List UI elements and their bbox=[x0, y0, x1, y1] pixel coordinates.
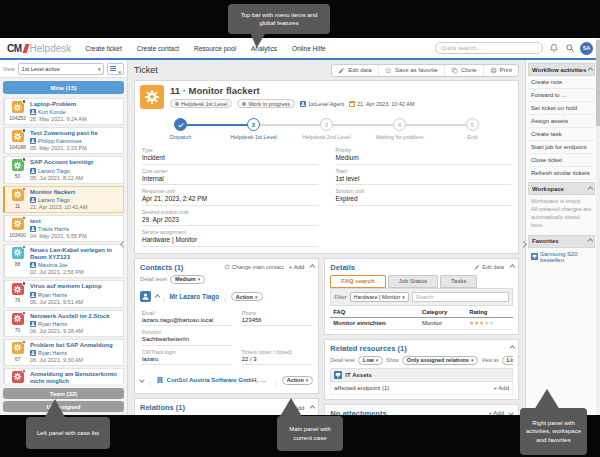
mine-cases-button[interactable]: Mine (15) bbox=[3, 81, 124, 94]
vertical-scrollbar[interactable] bbox=[596, 38, 600, 415]
add-attachment-button[interactable]: + Add bbox=[488, 410, 504, 415]
detail-level-select[interactable]: Low bbox=[358, 356, 384, 365]
case-list-item[interactable]: 76 Virus auf meinem Laptop Ryan Harris 0… bbox=[3, 280, 124, 307]
view-selector-row: View 1st Level active bbox=[0, 60, 127, 78]
favorites-list: Samsung S20 bestellen bbox=[528, 248, 595, 266]
workflow-activity[interactable]: Create task bbox=[528, 128, 595, 141]
global-search-icon[interactable] bbox=[564, 43, 575, 54]
clone-button[interactable]: Clone bbox=[444, 65, 483, 76]
gear-icon bbox=[13, 190, 22, 199]
contact-name[interactable]: Mr Lazaro Tiago bbox=[170, 293, 220, 300]
ticket-fields-left: Type Incident Cost center Internal bbox=[142, 146, 318, 249]
workflow-step[interactable]: 3 Helpdesk 2nd Level bbox=[290, 118, 363, 140]
company-action-button[interactable]: Action bbox=[282, 376, 314, 385]
list-view-icon bbox=[110, 66, 116, 72]
details-edit-button[interactable]: Edit data bbox=[474, 264, 504, 270]
case-list-item[interactable]: 50 SAP Account benötigt Lazaro Tiago 05.… bbox=[3, 156, 124, 183]
menu-item[interactable]: Create ticket bbox=[85, 45, 122, 52]
collapse-icon[interactable] bbox=[310, 264, 316, 270]
case-list-item[interactable]: 88 Neues Lan-Kabel verlegen in Raum XYZ1… bbox=[3, 244, 124, 278]
scrollbar-thumb[interactable] bbox=[596, 40, 600, 126]
menu-item[interactable]: Analytics bbox=[251, 45, 277, 52]
workflow-step[interactable]: 5 End bbox=[436, 118, 509, 140]
workflow-step[interactable]: 4 Waiting for problem bbox=[363, 118, 436, 140]
case-list-item[interactable]: 70 Netzwerk Ausfall im 2.Stock Ryan Harr… bbox=[3, 310, 124, 337]
view-select-value: 1st Level active bbox=[22, 66, 60, 72]
case-list-item[interactable]: 104188 Test Zuweisung past fix Philipp K… bbox=[3, 127, 124, 154]
resource-row[interactable]: affected endpoint (1) + Add bbox=[330, 382, 513, 395]
detail-level-select[interactable]: Medium bbox=[170, 275, 205, 284]
quick-search-input[interactable] bbox=[435, 42, 543, 54]
workflow-step[interactable]: Dispatch bbox=[144, 118, 217, 140]
case-list-item[interactable]: 104253 Laptop-Problem Kurt Kunde 26. May… bbox=[3, 98, 124, 125]
case-date: 05. Jul 2021, 8:22 AM bbox=[30, 175, 121, 181]
resource-group-header[interactable]: IT Assets bbox=[330, 368, 513, 382]
workflow-activity[interactable]: Refresh similar tickets bbox=[528, 167, 595, 180]
main-contact-row: Mr Lazaro Tiago Action bbox=[140, 288, 313, 306]
main-panel: Ticket Edit data Save as favorite Clone bbox=[128, 60, 526, 415]
details-tab[interactable]: Tasks bbox=[440, 275, 477, 288]
menu-item[interactable]: Online Hilfe bbox=[292, 45, 326, 52]
workflow-activity[interactable]: Assign assets bbox=[528, 115, 595, 128]
case-contact-name: Ryan Harris bbox=[38, 321, 67, 327]
change-main-contact-button[interactable]: Change main contact bbox=[224, 264, 284, 270]
expand-icon[interactable] bbox=[508, 410, 514, 415]
workflow-step[interactable]: 2 Helpdesk 1st Level bbox=[217, 118, 290, 140]
menu-item[interactable]: Resource pool bbox=[194, 45, 236, 52]
workflow-activity[interactable]: Forward to ... bbox=[528, 89, 595, 102]
case-id: 88 bbox=[15, 261, 21, 267]
person-icon bbox=[30, 321, 36, 327]
save-favorite-button[interactable]: Save as favorite bbox=[378, 65, 444, 76]
expand-icon[interactable] bbox=[139, 377, 145, 383]
collapse-icon[interactable] bbox=[588, 239, 594, 245]
faq-search-input[interactable] bbox=[412, 292, 509, 302]
panel-collapse-left-icon[interactable] bbox=[121, 242, 126, 247]
collapse-icon[interactable] bbox=[510, 264, 516, 270]
details-tab[interactable]: FAQ search bbox=[330, 275, 385, 288]
add-resource-button[interactable]: + Add bbox=[493, 385, 509, 391]
collapse-icon[interactable] bbox=[588, 67, 594, 73]
collapse-icon[interactable] bbox=[588, 186, 594, 192]
case-list-item[interactable]: 11 Monitor flackert Lazaro Tiago 21. Apr… bbox=[3, 186, 124, 213]
category-column-header[interactable]: Category bbox=[419, 307, 466, 318]
team-cases-button[interactable]: Team (32) bbox=[3, 388, 124, 399]
rating-column-header[interactable]: Rating bbox=[466, 307, 513, 318]
edit-data-button[interactable]: Edit data bbox=[332, 65, 378, 76]
view-select[interactable]: 1st Level active bbox=[18, 63, 105, 75]
case-list-item[interactable]: 67 Problem bei SAP Anmeldung Ryan Harris… bbox=[3, 339, 124, 366]
add-contact-button[interactable]: + Add bbox=[289, 264, 305, 270]
ticket-field: Response until Apr 21, 2023, 2:42 PM bbox=[142, 187, 318, 206]
workflow-activity[interactable]: Start job for endpoint bbox=[528, 141, 595, 154]
relations-filter-select[interactable]: Only assigned relations bbox=[402, 356, 479, 365]
faq-row[interactable]: Monitor einrichten Monitor ★★★★★ bbox=[330, 317, 513, 329]
view-as-select[interactable]: List bbox=[502, 356, 513, 365]
case-list-item[interactable]: 103400 test Travis Harris 04. May 2021, … bbox=[3, 215, 124, 242]
faq-column-header[interactable]: FAQ bbox=[330, 307, 419, 318]
step-label: Helpdesk 1st Level bbox=[217, 134, 290, 140]
collapse-icon[interactable] bbox=[310, 405, 316, 411]
unassigned-cases-button[interactable]: Unassigned bbox=[3, 401, 124, 412]
workflow-activity[interactable]: Set ticket on hold bbox=[528, 102, 595, 115]
panel-collapse-right-icon[interactable] bbox=[521, 242, 526, 247]
workflow-activities-header[interactable]: Workflow activities bbox=[528, 63, 595, 76]
user-avatar[interactable]: SA bbox=[580, 42, 593, 55]
workflow-activity[interactable]: Close ticket bbox=[528, 154, 595, 167]
menu-item[interactable]: Create contact bbox=[137, 45, 179, 52]
chevron-down-icon bbox=[255, 294, 258, 300]
details-tab[interactable]: Job Status bbox=[388, 275, 438, 288]
view-mode-button[interactable] bbox=[107, 63, 124, 75]
app-logo[interactable]: CM Helpdesk bbox=[7, 43, 71, 54]
workspace-header[interactable]: Workspace bbox=[528, 182, 595, 195]
collapse-icon[interactable] bbox=[510, 345, 516, 351]
faq-category-select[interactable]: Hardware | Monitor bbox=[350, 292, 409, 302]
print-button[interactable]: Print bbox=[483, 65, 518, 76]
favorite-item[interactable]: Samsung S20 bestellen bbox=[528, 248, 595, 266]
contact-action-button[interactable]: Action bbox=[231, 292, 263, 301]
related-resources-title: Related resources (1) bbox=[330, 344, 504, 353]
favorites-header[interactable]: Favorites bbox=[528, 235, 595, 248]
notifications-bell-icon[interactable] bbox=[548, 43, 559, 54]
collapse-icon[interactable] bbox=[155, 294, 161, 300]
workflow-activity[interactable]: Create note bbox=[528, 76, 595, 89]
ticket-type-icon bbox=[12, 159, 24, 171]
company-name[interactable]: ConSol Austria Software GmbH, Wien bbox=[167, 377, 271, 383]
